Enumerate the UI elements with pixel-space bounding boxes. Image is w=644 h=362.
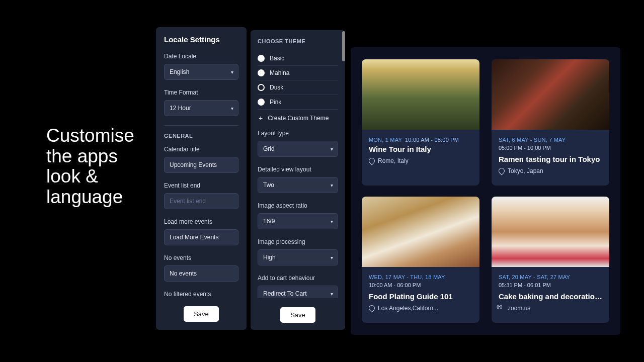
time-format-label: Time Format	[164, 89, 238, 96]
event-location: Rome, Italy	[369, 157, 472, 164]
theme-save-button[interactable]: Save	[280, 307, 315, 323]
layout-type-select[interactable]: Grid	[258, 141, 338, 157]
radio-icon	[258, 55, 265, 62]
create-custom-theme[interactable]: + Create Custom Theme	[258, 110, 338, 130]
event-title: Ramen tasting tour in Tokyo	[499, 155, 602, 163]
time-format-select[interactable]: 12 Hour	[164, 100, 238, 116]
event-list-end-input[interactable]	[164, 193, 238, 209]
load-more-label: Load more events	[164, 218, 238, 225]
event-card[interactable]: MON, 1 MAY10:00 AM - 08:00 PM Wine Tour …	[362, 59, 479, 186]
theme-label: Basic	[270, 55, 284, 62]
preview-grid: MON, 1 MAY10:00 AM - 08:00 PM Wine Tour …	[351, 47, 620, 335]
event-location: Los Angeles,Californ...	[369, 305, 472, 312]
event-location: zoom.us	[499, 305, 602, 312]
detailed-view-select[interactable]: Two	[258, 177, 338, 193]
cart-behaviour-select[interactable]: Redirect To Cart	[258, 286, 338, 298]
event-list-end-label: Event list end	[164, 182, 238, 189]
event-card[interactable]: SAT, 20 MAY - SAT, 27 MAY 05:31 PM - 06:…	[492, 197, 609, 323]
calendar-title-input[interactable]	[164, 157, 238, 173]
event-time: 05:00 PM - 10:00 PM	[499, 145, 602, 151]
theme-option-basic[interactable]: Basic	[258, 51, 338, 66]
event-datetime: MON, 1 MAY10:00 AM - 08:00 PM	[369, 137, 472, 143]
aspect-ratio-select[interactable]: 16/9	[258, 213, 338, 229]
theme-option-mahina[interactable]: Mahina	[258, 66, 338, 80]
hero-heading: Customise the apps look & language	[46, 126, 127, 208]
cart-behaviour-label: Add to cart behaviour	[258, 275, 338, 282]
pin-icon	[368, 157, 376, 165]
event-date: WED, 17 MAY - THU, 18 MAY	[369, 274, 472, 280]
create-custom-label: Create Custom Theme	[268, 115, 329, 122]
pin-icon	[368, 304, 376, 313]
general-section-label: GENERAL	[164, 133, 238, 139]
event-image	[492, 197, 609, 267]
no-events-input[interactable]	[164, 265, 238, 282]
date-locale-label: Date Locale	[164, 53, 238, 60]
no-filtered-label: No filtered events	[164, 291, 238, 297]
divider	[164, 125, 238, 126]
event-image	[492, 59, 609, 130]
radio-icon	[258, 84, 265, 91]
radio-icon	[258, 99, 265, 106]
event-time: 05:31 PM - 06:01 PM	[499, 282, 602, 288]
choose-theme-label: CHOOSE THEME	[258, 38, 338, 44]
theme-option-pink[interactable]: Pink	[258, 95, 338, 110]
layout-type-label: Layout type	[258, 130, 338, 137]
theme-panel: CHOOSE THEME Basic Mahina Dusk Pink + Cr…	[251, 30, 345, 330]
event-title: Wine Tour in Italy	[369, 145, 472, 153]
date-locale-select[interactable]: English	[164, 64, 238, 80]
event-location: Tokyo, Japan	[499, 167, 602, 174]
theme-label: Pink	[270, 99, 281, 106]
pin-icon	[498, 167, 506, 175]
online-icon	[499, 305, 505, 311]
event-time: 10:00 AM - 06:00 PM	[369, 282, 472, 288]
theme-option-dusk[interactable]: Dusk	[258, 80, 338, 95]
locale-settings-panel: Locale Settings Date Locale English Time…	[156, 27, 247, 330]
event-image	[362, 197, 479, 267]
aspect-ratio-label: Image aspect ratio	[258, 202, 338, 209]
event-date: SAT, 6 MAY - SUN, 7 MAY	[499, 137, 602, 143]
theme-label: Dusk	[270, 84, 283, 91]
event-title: Food Plating Guide 101	[369, 292, 472, 301]
no-events-label: No events	[164, 254, 238, 261]
load-more-input[interactable]	[164, 229, 238, 245]
radio-icon	[258, 69, 265, 76]
event-card[interactable]: SAT, 6 MAY - SUN, 7 MAY 05:00 PM - 10:00…	[492, 59, 609, 186]
event-date: SAT, 20 MAY - SAT, 27 MAY	[499, 274, 602, 280]
locale-save-button[interactable]: Save	[184, 306, 219, 322]
calendar-title-label: Calendar title	[164, 146, 238, 153]
detailed-view-label: Detailed view layout	[258, 166, 338, 173]
event-title: Cake baking and decoration class	[499, 292, 602, 301]
event-card[interactable]: WED, 17 MAY - THU, 18 MAY 10:00 AM - 06:…	[362, 197, 479, 323]
image-processing-select[interactable]: High	[258, 249, 338, 265]
event-image	[362, 59, 479, 130]
image-processing-label: Image processing	[258, 238, 338, 245]
plus-icon: +	[259, 115, 263, 122]
locale-panel-title: Locale Settings	[164, 35, 238, 44]
theme-label: Mahina	[270, 69, 289, 76]
